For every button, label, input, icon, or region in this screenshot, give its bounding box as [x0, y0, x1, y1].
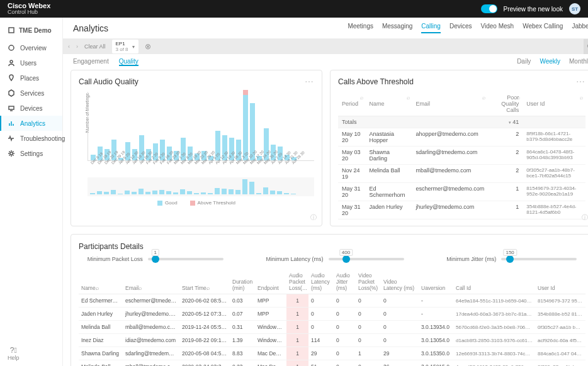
- slider-label: Minimum Latency (ms): [266, 256, 323, 262]
- tab-messaging[interactable]: Messaging: [382, 23, 412, 33]
- sub-tabs-left: EngagementQuality: [73, 58, 139, 66]
- table-row[interactable]: Melinda Ballmball@tmedemo.com2019-11-24 …: [79, 321, 585, 334]
- more-icon[interactable]: ⋯: [576, 77, 585, 87]
- sidebar-item-troubleshooting[interactable]: Troubleshooting: [0, 131, 62, 146]
- tab-meetings[interactable]: Meetings: [348, 23, 373, 33]
- table-row[interactable]: May 31 20Ed Schermerhorneschermer@tmedem…: [338, 183, 585, 201]
- preview-label: Preview the new look: [504, 6, 563, 13]
- tab-calling[interactable]: Calling: [421, 23, 441, 33]
- sidebar-item-label: Places: [20, 75, 39, 82]
- jitter-slider[interactable]: 150: [501, 258, 577, 260]
- filter-next-icon[interactable]: ›: [76, 43, 78, 50]
- filter-chip[interactable]: EP1 3 of 8 ▾: [112, 40, 139, 53]
- col-header[interactable]: User Id: [535, 270, 585, 294]
- clear-all-button[interactable]: Clear All: [84, 43, 106, 50]
- tab-webex-calling[interactable]: Webex Calling: [523, 23, 563, 33]
- slider-label: Minimum Jitter (ms): [446, 256, 496, 262]
- sidebar-item-label: Troubleshooting: [20, 135, 65, 142]
- svg-rect-0: [9, 28, 14, 33]
- search-icon[interactable]: ⌕: [517, 94, 520, 101]
- info-icon[interactable]: ⓘ: [582, 213, 588, 222]
- table-row[interactable]: May 10 20Anastasia Hopperahopper@tmedemo…: [338, 128, 585, 147]
- user-icon: [8, 59, 15, 67]
- subtab-quality[interactable]: Quality: [119, 58, 139, 66]
- sidebar-item-label: Settings: [20, 150, 43, 157]
- tab-jabber[interactable]: Jabber: [572, 23, 588, 33]
- col-header[interactable]: Audio Packet Loss(…: [286, 270, 308, 294]
- packet-loss-slider[interactable]: 1: [148, 258, 223, 260]
- card-title: Calls Above Threshold: [338, 77, 414, 86]
- home-icon: [8, 44, 15, 52]
- col-header[interactable]: Name⌕: [366, 92, 412, 116]
- avatar[interactable]: ST: [569, 3, 580, 14]
- help-link[interactable]: ?⃝ Help: [8, 346, 20, 361]
- col-header[interactable]: Start Time⌕: [179, 270, 230, 294]
- calls-above-threshold-card: Calls Above Threshold ⋯ Period⌕Name⌕Emai…: [330, 70, 588, 226]
- filter-prev-icon[interactable]: ‹: [68, 43, 70, 50]
- table-row[interactable]: Shawna Darlingsdarling@tmedemo.com2020-0…: [79, 347, 585, 360]
- sidebar-item-label: Analytics: [20, 120, 45, 127]
- table-row[interactable]: Inez Diazidiaz@tmedemo.com2019-08-22 09:…: [79, 334, 585, 347]
- org-icon: [8, 26, 15, 34]
- col-header[interactable]: Poor Quality Calls⌕: [488, 92, 523, 116]
- sidebar-item-services[interactable]: Services: [0, 86, 62, 101]
- col-header[interactable]: Audio Latency (ms): [308, 270, 334, 294]
- tab-devices[interactable]: Devices: [449, 23, 472, 33]
- range-weekly[interactable]: Weekly: [540, 58, 560, 66]
- table-row[interactable]: May 03 20Shawna Darlingsdarling@tmedemo.…: [338, 147, 585, 165]
- sidebar-item-places[interactable]: Places: [0, 70, 62, 86]
- table-row[interactable]: Nov 24 19Melinda Ballmball@tmedemo.com20…: [338, 165, 585, 183]
- tab-video-mesh[interactable]: Video Mesh: [480, 23, 514, 33]
- bars-icon: [8, 119, 15, 127]
- search-button[interactable]: [584, 39, 588, 54]
- table-row[interactable]: May 31 20Jaden Hurleyjhurley@tmedemo.com…: [338, 201, 585, 219]
- preview-toggle[interactable]: [481, 4, 497, 13]
- chevron-down-icon[interactable]: ▾: [132, 44, 135, 50]
- info-icon[interactable]: ⓘ: [310, 213, 317, 222]
- search-icon[interactable]: ⌕: [482, 94, 485, 101]
- bar[interactable]: [243, 92, 248, 160]
- top-tabs: MeetingsMessagingCallingDevicesVideo Mes…: [348, 23, 588, 33]
- table-row[interactable]: Ed Schermerhorneschermer@tmedemo.…2020-0…: [79, 294, 585, 308]
- col-header[interactable]: User Id⌕: [523, 92, 585, 116]
- col-header[interactable]: Name⌕: [79, 270, 123, 294]
- page-header: Analytics MeetingsMessagingCallingDevice…: [63, 18, 588, 39]
- subtab-engagement[interactable]: Engagement: [73, 58, 109, 66]
- col-header[interactable]: Duration (min): [230, 270, 255, 294]
- remove-filter-icon[interactable]: ⊗: [145, 42, 151, 51]
- search-icon[interactable]: ⌕: [407, 94, 410, 101]
- more-icon[interactable]: ⋯: [305, 77, 314, 87]
- search-icon[interactable]: ⌕: [360, 94, 363, 101]
- sidebar: TME Demo OverviewUsersPlacesServicesDevi…: [0, 18, 63, 366]
- search-icon[interactable]: ⌕: [139, 285, 142, 291]
- table-row[interactable]: Jaden Hurleyjhurley@tmedemo.com2020-05-1…: [79, 308, 585, 321]
- sidebar-item-overview[interactable]: Overview: [0, 40, 62, 55]
- table-row[interactable]: Melinda Ballmball@tmedemo.com2020-03-24 …: [79, 360, 585, 367]
- sidebar-item-users[interactable]: Users: [0, 55, 62, 70]
- range-monthly[interactable]: Monthly: [569, 58, 588, 66]
- col-header[interactable]: Email⌕: [412, 92, 489, 116]
- range-daily[interactable]: Daily: [517, 58, 531, 66]
- col-header[interactable]: Video Latency (ms): [381, 270, 419, 294]
- col-header[interactable]: Uaversion: [419, 270, 453, 294]
- col-header[interactable]: Video Packet Loss(%): [356, 270, 381, 294]
- col-header[interactable]: Period⌕: [338, 92, 366, 116]
- svg-point-2: [10, 60, 13, 63]
- svg-rect-3: [9, 106, 14, 109]
- device-icon: [8, 104, 15, 112]
- col-header[interactable]: Email⌕: [123, 270, 179, 294]
- sidebar-item-analytics[interactable]: Analytics: [0, 116, 62, 131]
- col-header[interactable]: Call Id: [453, 270, 535, 294]
- sidebar-item-devices[interactable]: Devices: [0, 101, 62, 116]
- sidebar-item-settings[interactable]: Settings: [0, 146, 62, 161]
- slider-label: Minimum Packet Loss: [88, 256, 143, 262]
- threshold-table: Period⌕Name⌕Email⌕Poor Quality Calls⌕Use…: [338, 92, 585, 219]
- search-icon[interactable]: ⌕: [206, 285, 210, 291]
- latency-slider[interactable]: 400: [329, 258, 404, 260]
- col-header[interactable]: Audio Jitter (ms): [334, 270, 356, 294]
- org-name: TME Demo: [0, 24, 62, 40]
- search-icon[interactable]: ⌕: [580, 94, 583, 101]
- totals-label: Totals: [338, 116, 366, 128]
- search-icon[interactable]: ⌕: [96, 285, 99, 291]
- col-header[interactable]: Endpoint: [255, 270, 286, 294]
